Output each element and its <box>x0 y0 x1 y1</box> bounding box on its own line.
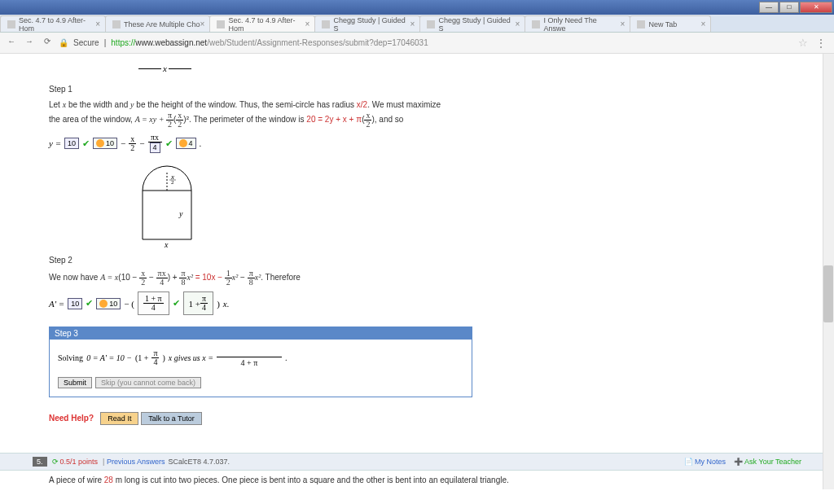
next-problem: 5. ⟳ 0.5/1 points | Previous Answers SCa… <box>0 453 834 489</box>
forward-button[interactable]: → <box>23 37 36 50</box>
problem-header: 5. ⟳ 0.5/1 points | Previous Answers SCa… <box>0 453 834 471</box>
url-protocol: https:// <box>111 38 135 47</box>
target-icon <box>179 139 187 147</box>
favicon <box>217 20 225 28</box>
highlight-simplified: = 10x − <box>195 273 225 282</box>
step-2: Step 2 We now have A = x(10 − x2 − πx4) … <box>49 256 801 315</box>
highlight-perimeter: 20 = 2y + x + π <box>306 115 362 124</box>
url-path: /web/Student/Assignment-Responses/submit… <box>207 38 428 47</box>
tab-close-icon[interactable]: × <box>516 20 520 28</box>
check-icon: ✔ <box>86 298 93 309</box>
step-3-box: Step 3 Solving 0 = A' = 10 − (1 + π4)x g… <box>49 327 472 397</box>
check-icon: ✔ <box>165 138 173 149</box>
browser-tab[interactable]: I Only Need The Answe× <box>525 15 630 32</box>
url-host: www.webassign.net <box>135 38 207 47</box>
step-1: Step 1 Let x be the width and y be the h… <box>49 85 801 249</box>
tab-close-icon[interactable]: × <box>95 20 100 28</box>
refresh-icon[interactable]: ⟳ <box>52 458 59 466</box>
browser-tab[interactable]: Sec. 4.7 to 4.9 After-Hom× <box>0 15 106 32</box>
address-bar: ← → ⟳ 🔒 Secure | https://www.webassign.n… <box>0 33 834 54</box>
points-label: 0.5/1 points <box>60 458 99 466</box>
dimension-x: x <box>138 64 191 73</box>
page-content: x Step 1 Let x be the width and y be the… <box>0 54 834 489</box>
svg-text:y: y <box>178 209 183 218</box>
answer-preview-1: 10 <box>93 138 117 149</box>
top-dimension: x <box>138 59 801 78</box>
step-2-prose: We now have A = x(10 − x2 − πx4) + π8x² … <box>49 270 801 287</box>
favicon <box>7 20 15 28</box>
tab-label: New Tab <box>648 20 677 28</box>
highlight-wire-length: 28 <box>104 476 113 484</box>
vertical-scrollbar[interactable] <box>823 54 834 489</box>
skip-button[interactable]: Skip (you cannot come back) <box>95 377 201 388</box>
back-button[interactable]: ← <box>5 37 18 50</box>
read-it-button[interactable]: Read It <box>100 412 138 425</box>
lock-icon: 🔒 <box>59 38 68 47</box>
answer-blank-1[interactable]: 10 <box>64 138 79 149</box>
browser-tab[interactable]: Chegg Study | Guided S× <box>419 15 525 32</box>
tab-label: These Are Multiple Cho <box>124 20 200 28</box>
browser-tab[interactable]: Chegg Study | Guided S× <box>314 15 420 32</box>
submit-button[interactable]: Submit <box>58 377 92 388</box>
need-help-row: Need Help? Read It Talk to a Tutor <box>49 412 801 425</box>
secure-label: Secure <box>73 38 99 47</box>
favicon <box>112 20 121 28</box>
my-notes-link[interactable]: 📄 My Notes <box>684 458 726 466</box>
talk-tutor-button[interactable]: Talk to a Tutor <box>141 412 202 425</box>
tab-close-icon[interactable]: × <box>200 20 205 28</box>
bookmark-star-icon[interactable]: ☆ <box>798 37 808 49</box>
window-figure: x 2 y x <box>130 160 801 249</box>
answer-blank-3[interactable]: 10 <box>68 298 82 309</box>
reload-button[interactable]: ⟳ <box>41 37 54 50</box>
target-icon <box>99 300 108 308</box>
answer-preview-2: 4 <box>176 138 196 149</box>
browser-tab-active[interactable]: Sec. 4.7 to 4.9 After-Hom× <box>209 15 315 32</box>
maximize-button[interactable]: □ <box>779 2 799 13</box>
tab-label: Chegg Study | Guided S <box>438 16 515 33</box>
step3-solve-line: Solving 0 = A' = 10 − (1 + π4)x gives us… <box>58 348 463 367</box>
answer-preview-3: 10 <box>96 298 121 309</box>
tab-close-icon[interactable]: × <box>701 20 706 28</box>
need-help-label: Need Help? <box>49 414 94 423</box>
source-label: SCalcET8 4.7.037. <box>168 458 230 466</box>
check-icon: ✔ <box>173 298 180 309</box>
tab-label: Chegg Study | Guided S <box>333 16 410 33</box>
step-3-header: Step 3 <box>50 327 472 340</box>
browser-tab[interactable]: These Are Multiple Cho× <box>105 15 210 32</box>
step2-equation-aprime: A' = 10 ✔ 10 − ( 1 + π4 ✔ 1 + π4 )x. <box>49 291 801 315</box>
check-icon: ✔ <box>82 138 90 149</box>
step-1-label: Step 1 <box>49 85 801 94</box>
scroll-thumb[interactable] <box>823 265 833 322</box>
browser-menu-icon[interactable]: ⋮ <box>813 37 829 49</box>
favicon <box>427 20 435 28</box>
favicon <box>532 20 540 28</box>
question-number: 5. <box>33 457 47 467</box>
url-field[interactable]: https://www.webassign.net/web/Student/As… <box>111 38 793 47</box>
window-titlebar: — □ ✕ <box>0 0 834 15</box>
step-1-prose: Let x be the width and y be the height o… <box>49 99 801 129</box>
answer-blank-2[interactable]: 4 <box>150 142 160 153</box>
problem-text: A piece of wire 28 m long is cut into tw… <box>0 471 834 489</box>
tab-label: Sec. 4.7 to 4.9 After-Hom <box>228 16 305 33</box>
favicon <box>637 20 645 28</box>
highlight-radius: x/2 <box>357 100 367 109</box>
previous-answers-link[interactable]: Previous Answers <box>107 458 165 466</box>
norman-window-svg: x 2 y x <box>130 160 204 249</box>
tab-close-icon[interactable]: × <box>410 20 415 28</box>
ask-teacher-link[interactable]: ➕ Ask Your Teacher <box>734 458 801 466</box>
favicon <box>322 20 330 28</box>
step1-equation-y: y = 10 ✔ 10 − x2 − πx4 ✔ 4 . <box>49 134 801 153</box>
answer-blank-5[interactable]: 4 + π <box>217 348 282 367</box>
step-2-label: Step 2 <box>49 256 801 265</box>
tab-close-icon[interactable]: × <box>621 20 626 28</box>
answer-preview-4: 1 + π4 <box>183 291 214 315</box>
tab-strip: Sec. 4.7 to 4.9 After-Hom× These Are Mul… <box>0 15 834 33</box>
target-icon <box>96 139 104 147</box>
tab-close-icon[interactable]: × <box>305 20 310 28</box>
svg-text:x: x <box>164 240 169 249</box>
minimize-button[interactable]: — <box>759 2 779 13</box>
close-button[interactable]: ✕ <box>800 2 832 13</box>
browser-tab[interactable]: New Tab× <box>630 15 711 32</box>
answer-blank-4[interactable]: 1 + π4 <box>138 291 169 315</box>
tab-label: Sec. 4.7 to 4.9 After-Hom <box>19 16 95 33</box>
